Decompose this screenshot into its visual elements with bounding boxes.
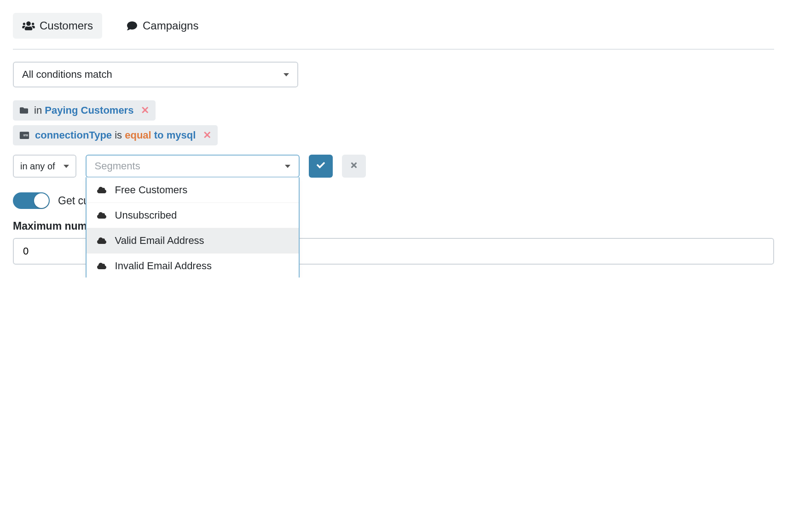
tabs-nav: Customers Campaigns [13,13,774,39]
tab-campaigns[interactable]: Campaigns [117,13,208,39]
chip-is-text: is [115,129,122,141]
segment-option[interactable]: Valid Email Address [87,228,299,254]
folder-icon [19,106,29,115]
chip-value: mysql [167,129,196,141]
condition-match-value: All conditions match [22,69,112,81]
users-icon [22,21,35,31]
segment-option-label: Invalid Email Address [115,260,212,272]
cloud-icon [97,237,107,244]
cancel-button[interactable] [342,155,366,178]
chip-op: equal [125,129,151,141]
rule-builder-row: in any of Segments Free CustomersUnsubsc… [13,155,774,178]
check-icon [316,160,326,172]
segment-option-label: Free Customers [115,184,188,196]
scope-select[interactable]: in any of [13,155,76,178]
condition-match-select[interactable]: All conditions match [13,62,298,87]
close-icon [350,160,358,172]
chip-remove-icon[interactable]: ✕ [203,129,211,141]
segment-option[interactable]: Free Customers [87,178,299,203]
id-card-icon [19,131,29,139]
chip-field: connectionType [35,129,112,141]
segments-dropdown: Free CustomersUnsubscribedValid Email Ad… [86,177,300,278]
segment-option-label: Valid Email Address [115,235,204,247]
tab-campaigns-label: Campaigns [143,19,198,32]
segments-select[interactable]: Segments [86,155,300,178]
filter-chip[interactable]: connectionType is equal to mysql ✕ [13,125,218,145]
segment-option-label: Unsubscribed [115,209,177,221]
cloud-icon [97,262,107,270]
filter-chips: in Paying Customers ✕ connectionType is … [13,100,774,145]
get-customers-toggle[interactable] [13,192,50,209]
toggle-knob [34,193,49,208]
chevron-down-icon [285,165,290,168]
cloud-icon [97,212,107,219]
chevron-down-icon [64,165,69,168]
chip-segment-name: Paying Customers [45,104,133,116]
segment-option[interactable]: Unsubscribed [87,203,299,228]
divider [13,49,774,50]
chip-to-text: to [154,129,164,141]
chevron-down-icon [284,73,289,76]
scope-value: in any of [20,161,55,172]
segments-placeholder: Segments [95,160,140,172]
segment-chip[interactable]: in Paying Customers ✕ [13,100,156,121]
chip-in-text: in [34,104,42,116]
cloud-icon [97,186,107,194]
chip-remove-icon[interactable]: ✕ [141,104,149,116]
segments-dropdown-list[interactable]: Free CustomersUnsubscribedValid Email Ad… [87,178,299,278]
confirm-button[interactable] [309,155,333,178]
comment-icon [126,21,138,31]
tab-customers-label: Customers [40,19,93,32]
tab-customers[interactable]: Customers [13,13,102,39]
segment-option[interactable]: Invalid Email Address [87,254,299,278]
segments-select-wrapper: Segments Free CustomersUnsubscribedValid… [86,155,300,178]
